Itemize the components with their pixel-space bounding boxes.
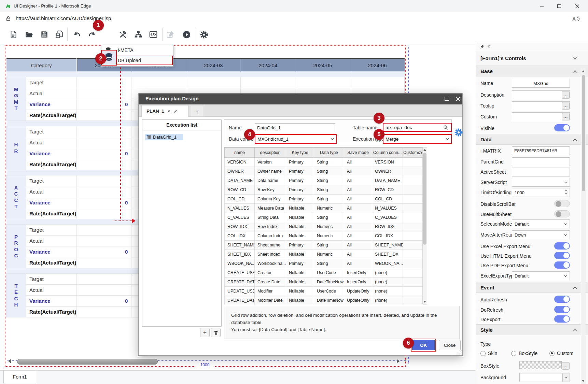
scroll-down-arrow[interactable]: [582, 380, 585, 382]
controls-header[interactable]: [Form1]'s Controls: [476, 51, 588, 66]
schema-row[interactable]: CREATE_USERCreatorNullableUserCodeInsert…: [225, 268, 423, 278]
excel-export-toggle[interactable]: [554, 242, 570, 250]
section-event[interactable]: Event: [476, 282, 588, 293]
settings-icon[interactable]: [199, 30, 209, 40]
disablescrollbar-toggle[interactable]: [554, 200, 570, 207]
schema-col-header[interactable]: Column conn...: [372, 148, 403, 158]
ok-button[interactable]: OK: [412, 340, 435, 350]
execution-type-select[interactable]: Merge: [383, 134, 452, 144]
schema-row[interactable]: OWNEROwner namePrimaryStringAllOWNER: [225, 167, 423, 176]
lock-icon[interactable]: [5, 16, 11, 22]
dialog-titlebar[interactable]: Execution plan Design: [139, 94, 462, 104]
undo-icon[interactable]: [72, 30, 82, 40]
scroll-up-arrow[interactable]: [582, 70, 585, 72]
plan-tab[interactable]: PLAN_1: [141, 105, 188, 117]
limitofbinding-spinner[interactable]: 1000: [512, 188, 570, 197]
visible-toggle[interactable]: [554, 124, 570, 131]
tab-edit-icon[interactable]: [173, 109, 178, 113]
radio-skin[interactable]: Skin: [480, 350, 497, 356]
schema-row[interactable]: CREATE_DATECreate DateNullableDateTimeNo…: [225, 278, 423, 287]
html-export-toggle[interactable]: [554, 252, 570, 259]
schema-row[interactable]: N_VALUESMeasure DataNullableNumericAllN_…: [225, 204, 423, 213]
redo-icon[interactable]: [87, 30, 97, 40]
chevron-up-icon[interactable]: [573, 138, 577, 141]
chevron-down-icon[interactable]: [562, 373, 570, 382]
prop-tooltip-input[interactable]: [512, 101, 570, 110]
address-bar[interactable]: https://aud.bimatrix.com/AUD/designer.js…: [0, 12, 588, 25]
prop-name-input[interactable]: [512, 79, 570, 88]
background-select[interactable]: [519, 373, 570, 382]
save-as-icon[interactable]: [55, 30, 64, 40]
pdf-export-toggle[interactable]: [554, 261, 570, 269]
data-control-select[interactable]: MXGrid!crud_1: [255, 134, 337, 144]
schema-row[interactable]: COL_IDXColumn IndexNullableNumericAllCOL…: [225, 231, 423, 241]
dialog-maximize-icon[interactable]: [445, 97, 449, 101]
serverscript-select[interactable]: [512, 178, 570, 187]
add-execution-button[interactable]: +: [200, 328, 210, 337]
boxstyle-swatch[interactable]: [519, 361, 562, 369]
scroll-up-arrow[interactable]: [423, 149, 426, 151]
chevron-down-icon[interactable]: [573, 57, 577, 59]
delete-execution-button[interactable]: [211, 328, 221, 337]
table-name-input[interactable]: [383, 123, 452, 132]
hscroll-left-arrow[interactable]: [8, 359, 11, 363]
open-file-icon[interactable]: [25, 30, 34, 40]
parentgrid-input[interactable]: [512, 157, 570, 166]
schema-col-header[interactable]: name: [225, 148, 255, 158]
tab-close-icon[interactable]: [167, 110, 170, 113]
section-base[interactable]: Base: [476, 66, 588, 76]
schema-scroll-thumb[interactable]: [423, 153, 426, 245]
schema-row[interactable]: SHEET_NAMESheet namePrimaryStringAllSHEE…: [225, 241, 423, 250]
moveafterreturn-select[interactable]: Down: [512, 230, 570, 239]
schema-scrollbar[interactable]: [422, 147, 427, 304]
prop-description-input[interactable]: [512, 90, 570, 99]
schema-col-header[interactable]: Customize: [403, 148, 423, 158]
dialog-close-button[interactable]: Close: [439, 340, 461, 350]
dorefresh-toggle[interactable]: [554, 306, 570, 313]
activesheet-input[interactable]: [512, 168, 570, 176]
spinner-arrows[interactable]: [565, 189, 568, 195]
usemultisheet-toggle[interactable]: [554, 210, 570, 217]
schema-col-header[interactable]: description: [255, 148, 286, 158]
dialog-resize-grip[interactable]: [458, 351, 462, 355]
panel-scrollbar[interactable]: [581, 68, 586, 384]
selectionmode-select[interactable]: Default: [512, 219, 570, 228]
scroll-down-arrow[interactable]: [423, 301, 426, 303]
ellipsis-button[interactable]: ...: [562, 102, 570, 110]
schema-row[interactable]: UPDATE_DATEModifier DateNullableDateTime…: [225, 296, 423, 305]
search-icon[interactable]: [443, 125, 448, 130]
edit-icon[interactable]: [166, 30, 176, 40]
collapse-panel-icon[interactable]: »: [488, 43, 490, 49]
panel-scroll-thumb[interactable]: [582, 75, 585, 191]
schema-row[interactable]: VERSIONVersionPrimaryStringAllVERSION: [225, 158, 423, 167]
section-data[interactable]: Data: [476, 134, 588, 145]
schema-row[interactable]: WBOOK_NA...Workbook na...PrimaryStringAl…: [225, 259, 423, 268]
add-plan-tab-button[interactable]: +: [191, 106, 203, 117]
pin-icon[interactable]: [480, 44, 485, 49]
source-code-icon[interactable]: [149, 30, 158, 40]
chevron-up-icon[interactable]: [573, 70, 577, 73]
schema-col-header[interactable]: Save mode: [344, 148, 372, 158]
prop-custom-input[interactable]: [512, 112, 570, 121]
table-settings-gear-icon[interactable]: [454, 128, 463, 137]
schema-row[interactable]: ROW_CDRow KeyPrimaryStringAllROW_CD: [225, 185, 423, 195]
imatrix-input[interactable]: [512, 146, 570, 155]
schema-row[interactable]: DATA_NAMEData namePrimaryStringAllDATA_N…: [225, 176, 423, 185]
read-aloud-icon[interactable]: A: [572, 15, 580, 23]
schema-row[interactable]: COL_CDColumn KeyPrimaryStringAllCOL_CD: [225, 195, 423, 204]
minimize-button[interactable]: [534, 0, 549, 12]
radio-custom[interactable]: Custom: [549, 350, 573, 356]
excelexporttype-select[interactable]: Default: [512, 271, 570, 280]
tools-icon[interactable]: [118, 30, 128, 40]
save-icon[interactable]: [40, 30, 50, 40]
schema-row[interactable]: ROW_IDXRow IndexNullableNumericAllROW_ID…: [225, 222, 423, 231]
close-button[interactable]: [569, 0, 585, 12]
chevron-up-icon[interactable]: [573, 286, 577, 289]
execution-list-item-datagrid[interactable]: DataGrid_1: [145, 134, 183, 140]
schema-col-header[interactable]: Key type: [286, 148, 314, 158]
chevron-up-icon[interactable]: [573, 329, 577, 331]
name-input[interactable]: [255, 123, 335, 132]
new-document-icon[interactable]: [9, 30, 18, 40]
schema-row[interactable]: C_VALUESString DataNullableStringAllC_VA…: [225, 213, 423, 222]
hscroll-thumb[interactable]: [17, 359, 158, 365]
